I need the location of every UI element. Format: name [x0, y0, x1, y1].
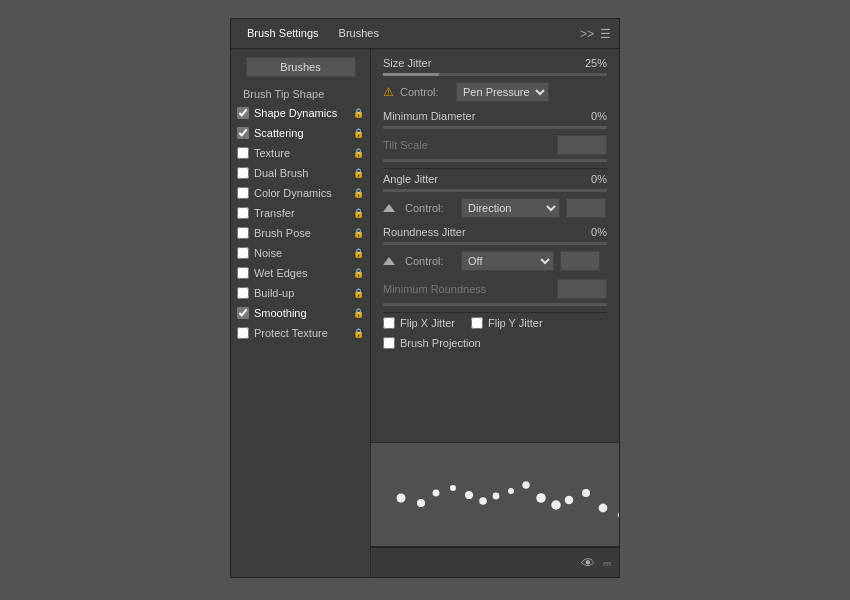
flip-x-label: Flip X Jitter — [400, 317, 455, 329]
minimum-diameter-slider[interactable] — [383, 126, 607, 129]
roundness-jitter-label: Roundness Jitter — [383, 226, 567, 238]
svg-point-4 — [465, 491, 473, 499]
size-jitter-slider[interactable] — [383, 73, 607, 76]
warning-icon-1: ⚠ — [383, 85, 394, 99]
sidebar: Brushes Brush Tip Shape Shape Dynamics🔒S… — [231, 49, 371, 577]
control-3-input[interactable] — [560, 251, 600, 271]
sidebar-item-protect-texture[interactable]: Protect Texture🔒 — [231, 323, 370, 343]
sidebar-checkbox-5[interactable] — [237, 207, 249, 219]
control-row-1: ⚠ Control: Pen Pressure Off Fade Pen Til… — [383, 82, 607, 102]
svg-point-6 — [493, 493, 500, 500]
control-select-3[interactable]: Off Fade Pen Pressure Pen Tilt Stylus Wh… — [461, 251, 554, 271]
sidebar-checkbox-9[interactable] — [237, 287, 249, 299]
triangle-icon-3 — [383, 257, 395, 265]
control-row-2: Control: Direction Off Fade Initial Dire… — [383, 198, 607, 218]
separator-1 — [383, 168, 607, 169]
sidebar-checkbox-3[interactable] — [237, 167, 249, 179]
sidebar-label-2: Texture — [254, 147, 351, 159]
svg-point-5 — [479, 497, 487, 505]
tab-brushes[interactable]: Brushes — [331, 23, 387, 45]
lock-icon-7: 🔒 — [353, 248, 364, 258]
control-select-2[interactable]: Direction Off Fade Initial Direction Pen… — [461, 198, 560, 218]
sidebar-item-wet-edges[interactable]: Wet Edges🔒 — [231, 263, 370, 283]
lock-icon-2: 🔒 — [353, 148, 364, 158]
size-jitter-label: Size Jitter — [383, 57, 567, 69]
sidebar-item-brush-pose[interactable]: Brush Pose🔒 — [231, 223, 370, 243]
brush-projection-label: Brush Projection — [400, 337, 481, 349]
sidebar-checkbox-8[interactable] — [237, 267, 249, 279]
sidebar-checkbox-1[interactable] — [237, 127, 249, 139]
svg-point-2 — [433, 490, 440, 497]
sidebar-label-6: Brush Pose — [254, 227, 351, 239]
brush-projection-checkbox[interactable] — [383, 337, 395, 349]
lock-icon-6: 🔒 — [353, 228, 364, 238]
sidebar-item-color-dynamics[interactable]: Color Dynamics🔒 — [231, 183, 370, 203]
svg-point-11 — [565, 496, 574, 505]
control-label-2: Control: — [405, 202, 455, 214]
brush-tip-shape-label: Brush Tip Shape — [231, 85, 370, 103]
sidebar-item-texture[interactable]: Texture🔒 — [231, 143, 370, 163]
expand-icon[interactable]: >> — [580, 27, 594, 41]
flip-x-row: Flip X Jitter — [383, 317, 455, 329]
svg-point-9 — [536, 493, 546, 503]
tilt-scale-fill — [383, 159, 607, 162]
sidebar-checkbox-11[interactable] — [237, 327, 249, 339]
minimum-diameter-label: Minimum Diameter — [383, 110, 567, 122]
tab-brush-settings[interactable]: Brush Settings — [239, 23, 327, 45]
sidebar-checkbox-7[interactable] — [237, 247, 249, 259]
sidebar-label-0: Shape Dynamics — [254, 107, 351, 119]
brushes-button[interactable]: Brushes — [246, 57, 356, 77]
sidebar-item-scattering[interactable]: Scattering🔒 — [231, 123, 370, 143]
sidebar-item-smoothing[interactable]: Smoothing🔒 — [231, 303, 370, 323]
control-label-1: Control: — [400, 86, 450, 98]
flip-y-checkbox[interactable] — [471, 317, 483, 329]
control-2-input[interactable] — [566, 198, 606, 218]
minimum-roundness-input[interactable] — [557, 279, 607, 299]
svg-point-14 — [618, 512, 619, 518]
angle-jitter-row: Angle Jitter 0% — [383, 173, 607, 185]
eye-icon[interactable]: 👁 — [581, 555, 595, 571]
sidebar-checkbox-10[interactable] — [237, 307, 249, 319]
control-select-1[interactable]: Pen Pressure Off Fade Pen Tilt Stylus Wh… — [456, 82, 549, 102]
minimum-roundness-row: Minimum Roundness — [383, 279, 607, 299]
tilt-scale-row: Tilt Scale — [383, 135, 607, 155]
lock-icon-9: 🔒 — [353, 288, 364, 298]
control-label-3: Control: — [405, 255, 455, 267]
tilt-scale-input[interactable] — [557, 135, 607, 155]
sidebar-item-dual-brush[interactable]: Dual Brush🔒 — [231, 163, 370, 183]
sidebar-item-build-up[interactable]: Build-up🔒 — [231, 283, 370, 303]
sidebar-label-5: Transfer — [254, 207, 351, 219]
minimum-roundness-slider — [383, 303, 607, 306]
sidebar-checkbox-2[interactable] — [237, 147, 249, 159]
sidebar-item-shape-dynamics[interactable]: Shape Dynamics🔒 — [231, 103, 370, 123]
minimum-roundness-label: Minimum Roundness — [383, 283, 557, 295]
roundness-jitter-slider[interactable] — [383, 242, 607, 245]
lock-icon-3: 🔒 — [353, 168, 364, 178]
angle-jitter-slider[interactable] — [383, 189, 607, 192]
size-jitter-fill — [383, 73, 439, 76]
brush-settings-panel: Brush Settings Brushes >> ☰ Brushes Brus… — [230, 18, 620, 578]
sidebar-checkbox-4[interactable] — [237, 187, 249, 199]
flip-y-row: Flip Y Jitter — [471, 317, 543, 329]
sidebar-checkbox-6[interactable] — [237, 227, 249, 239]
panel-body: Brushes Brush Tip Shape Shape Dynamics🔒S… — [231, 49, 619, 577]
angle-jitter-value: 0% — [567, 173, 607, 185]
sidebar-label-1: Scattering — [254, 127, 351, 139]
lock-icon-10: 🔒 — [353, 308, 364, 318]
svg-point-3 — [450, 485, 456, 491]
separator-2 — [383, 312, 607, 313]
copy-icon[interactable]: ⎓ — [603, 555, 611, 571]
size-jitter-value: 25% — [567, 57, 607, 69]
menu-icon[interactable]: ☰ — [600, 27, 611, 41]
svg-point-7 — [508, 488, 514, 494]
tilt-scale-label: Tilt Scale — [383, 139, 557, 151]
flip-x-checkbox[interactable] — [383, 317, 395, 329]
sidebar-item-noise[interactable]: Noise🔒 — [231, 243, 370, 263]
sidebar-item-transfer[interactable]: Transfer🔒 — [231, 203, 370, 223]
flip-y-label: Flip Y Jitter — [488, 317, 543, 329]
svg-point-8 — [522, 481, 529, 488]
sidebar-checkbox-0[interactable] — [237, 107, 249, 119]
svg-point-1 — [417, 499, 425, 507]
sidebar-label-10: Smoothing — [254, 307, 351, 319]
lock-icon-0: 🔒 — [353, 108, 364, 118]
